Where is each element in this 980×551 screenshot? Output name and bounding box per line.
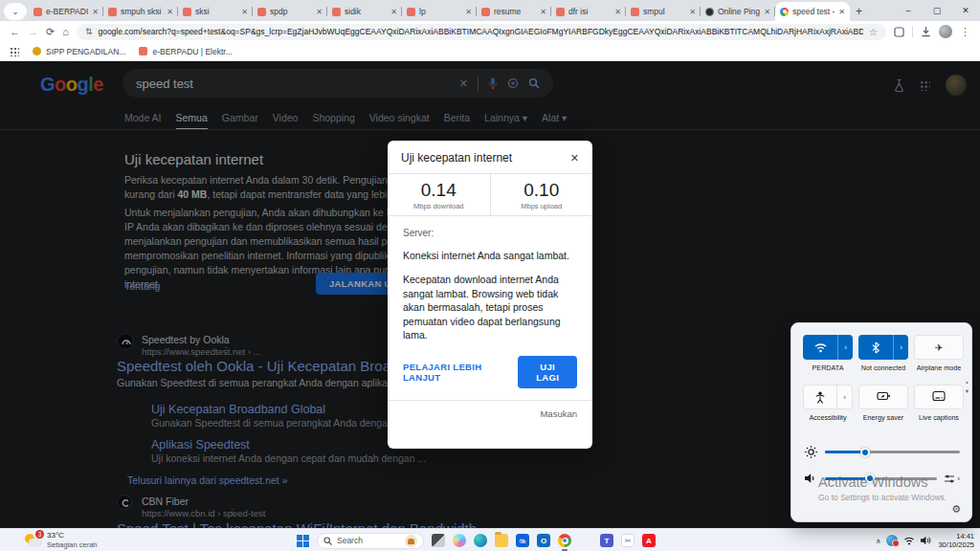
volume-slider-thumb[interactable] bbox=[865, 474, 875, 483]
notification-badge: 3 bbox=[35, 530, 44, 539]
tab-close-icon[interactable]: ✕ bbox=[92, 8, 99, 16]
accessibility-tile-label: Accessibility bbox=[800, 413, 856, 422]
apps-grid-icon[interactable] bbox=[10, 47, 19, 56]
tab-close-icon[interactable]: ✕ bbox=[167, 8, 173, 16]
feedback-link[interactable]: Masukan bbox=[388, 401, 592, 427]
tab-e-berpadu[interactable]: e-BERPADU | |✕ bbox=[29, 2, 103, 21]
tab-close-icon[interactable]: ✕ bbox=[465, 8, 472, 16]
profile-avatar-icon[interactable] bbox=[939, 25, 952, 38]
tray-wifi-icon[interactable] bbox=[903, 536, 915, 545]
tab-sksi[interactable]: sksi✕ bbox=[178, 2, 253, 21]
brightness-icon bbox=[805, 446, 817, 458]
task-view-button[interactable] bbox=[432, 534, 445, 547]
tab-spdp[interactable]: spdp✕ bbox=[253, 2, 327, 21]
energy-saver-tile[interactable] bbox=[858, 385, 908, 409]
audio-output-picker[interactable]: › bbox=[945, 474, 960, 483]
downloads-icon[interactable] bbox=[921, 26, 931, 37]
learn-more-button[interactable]: PELAJARI LEBIH LANJUT bbox=[403, 362, 502, 383]
tab-close-icon[interactable]: ✕ bbox=[316, 8, 323, 16]
bookmark-favicon bbox=[139, 47, 147, 55]
weather-icon: 3 bbox=[25, 533, 41, 547]
start-button[interactable] bbox=[297, 535, 309, 547]
airplane-mode-tile[interactable]: ✈ bbox=[914, 335, 964, 360]
upload-label: Mbps upload bbox=[521, 202, 562, 210]
taskbar-search[interactable]: Search bbox=[317, 533, 424, 549]
window-close-button[interactable]: ✕ bbox=[951, 6, 980, 15]
tab-close-icon[interactable]: ✕ bbox=[390, 8, 397, 16]
microsoft-store-icon[interactable]: 🛍 bbox=[516, 534, 529, 547]
outlook-icon[interactable]: O bbox=[537, 534, 550, 547]
connection-detail: Kecepatan download internet Anda sangat … bbox=[403, 273, 577, 342]
upload-value: 0.10 bbox=[523, 180, 559, 201]
google-favicon bbox=[780, 8, 789, 16]
quick-settings-page-indicator[interactable]: •▾ bbox=[966, 379, 969, 395]
address-bar[interactable]: ⇅ google.com/search?q=speed+test&oq=SP&g… bbox=[77, 24, 886, 40]
accessibility-tile[interactable]: › bbox=[803, 385, 853, 409]
chrome-icon-active[interactable] bbox=[558, 534, 571, 547]
tab-close-icon[interactable]: ✕ bbox=[540, 8, 546, 16]
forward-icon[interactable]: → bbox=[28, 26, 38, 37]
volume-track[interactable] bbox=[825, 477, 937, 480]
search-icon bbox=[323, 537, 332, 545]
acrobat-icon[interactable]: A bbox=[642, 534, 656, 547]
live-captions-tile[interactable] bbox=[914, 385, 964, 409]
test-again-button[interactable]: UJI LAGI bbox=[518, 356, 577, 388]
reading-mode-icon[interactable] bbox=[894, 27, 904, 37]
dialog-close-icon[interactable]: ✕ bbox=[570, 152, 579, 165]
tab-online-ping[interactable]: Online Ping, T✕ bbox=[701, 2, 775, 21]
tab-sidik[interactable]: sidik✕ bbox=[327, 2, 402, 21]
bookmark-sipp[interactable]: SIPP PENGADILAN... bbox=[33, 47, 125, 56]
bluetooth-expand-chevron[interactable]: › bbox=[893, 335, 908, 360]
speed-results: 0.14 Mbps download 0.10 Mbps upload bbox=[388, 173, 592, 216]
settings-gear-icon[interactable]: ⚙ bbox=[951, 503, 961, 516]
teams-icon[interactable]: T bbox=[600, 534, 613, 547]
site-settings-icon[interactable]: ⇅ bbox=[85, 27, 93, 36]
tab-favicon bbox=[556, 8, 565, 16]
brightness-slider[interactable] bbox=[805, 446, 960, 458]
tab-search-button[interactable]: ⌄ bbox=[4, 3, 27, 20]
back-icon[interactable]: ← bbox=[10, 26, 20, 37]
browser-menu-icon[interactable]: ⋮ bbox=[960, 26, 970, 38]
edge-icon[interactable] bbox=[474, 534, 487, 547]
wifi-tile[interactable]: › bbox=[803, 335, 853, 360]
window-maximize-button[interactable]: ▢ bbox=[923, 6, 951, 15]
bookmark-e-berpadu[interactable]: e-BERPADU | Elektr... bbox=[139, 47, 232, 56]
copilot-icon[interactable] bbox=[453, 534, 466, 547]
tab-smpul[interactable]: smpul✕ bbox=[626, 2, 701, 21]
quick-settings-panel: › PERDATA › Not connected ✈ Airplane mod… bbox=[791, 322, 972, 522]
tab-resume[interactable]: resume✕ bbox=[477, 2, 551, 21]
tab-close-icon[interactable]: ✕ bbox=[241, 8, 248, 16]
tab-smpuh-sksi[interactable]: smpuh sksi✕ bbox=[103, 2, 178, 21]
wifi-expand-chevron[interactable]: › bbox=[837, 335, 853, 360]
brightness-track[interactable] bbox=[825, 451, 960, 453]
tray-speaker-icon[interactable] bbox=[921, 536, 932, 545]
weather-temperature: 33°C bbox=[47, 531, 98, 540]
airplane-tile-label: Airplane mode bbox=[911, 364, 967, 372]
taskbar-clock[interactable]: 14:41 30/10/2025 bbox=[938, 532, 974, 549]
tab-close-icon[interactable]: ✕ bbox=[689, 8, 696, 16]
energy-saver-icon bbox=[877, 388, 891, 406]
snipping-tool-icon[interactable]: ✂ bbox=[621, 534, 635, 547]
tray-overflow-chevron[interactable]: ∧ bbox=[876, 537, 881, 545]
brightness-slider-thumb[interactable] bbox=[860, 448, 870, 457]
tab-speed-test-active[interactable]: speed test - P✕ bbox=[775, 2, 850, 21]
speaker-icon bbox=[805, 473, 817, 484]
tray-badged-app-icon[interactable] bbox=[886, 535, 898, 546]
reload-icon[interactable]: ⟳ bbox=[46, 26, 55, 38]
tab-dfr-isi[interactable]: dfr isi✕ bbox=[551, 2, 626, 21]
volume-slider[interactable]: › bbox=[805, 473, 960, 484]
new-tab-button[interactable]: + bbox=[856, 5, 862, 18]
home-icon[interactable]: ⌂ bbox=[62, 26, 69, 37]
file-explorer-icon[interactable] bbox=[495, 534, 508, 547]
tab-lp[interactable]: lp✕ bbox=[402, 2, 477, 21]
accessibility-expand-chevron[interactable]: › bbox=[836, 386, 852, 408]
weather-widget[interactable]: 3 33°C Sebagian cerah bbox=[25, 531, 98, 549]
tab-close-icon[interactable]: ✕ bbox=[764, 8, 770, 16]
bluetooth-tile[interactable]: › bbox=[858, 335, 908, 360]
tab-close-icon[interactable]: ✕ bbox=[838, 8, 845, 16]
tab-strip: ⌄ e-BERPADU | |✕ smpuh sksi✕ sksi✕ spdp✕… bbox=[0, 0, 980, 21]
bookmark-star-icon[interactable]: ☆ bbox=[869, 27, 878, 37]
window-minimize-button[interactable]: – bbox=[894, 6, 923, 15]
office-icon[interactable] bbox=[579, 534, 592, 547]
tab-close-icon[interactable]: ✕ bbox=[614, 8, 621, 16]
